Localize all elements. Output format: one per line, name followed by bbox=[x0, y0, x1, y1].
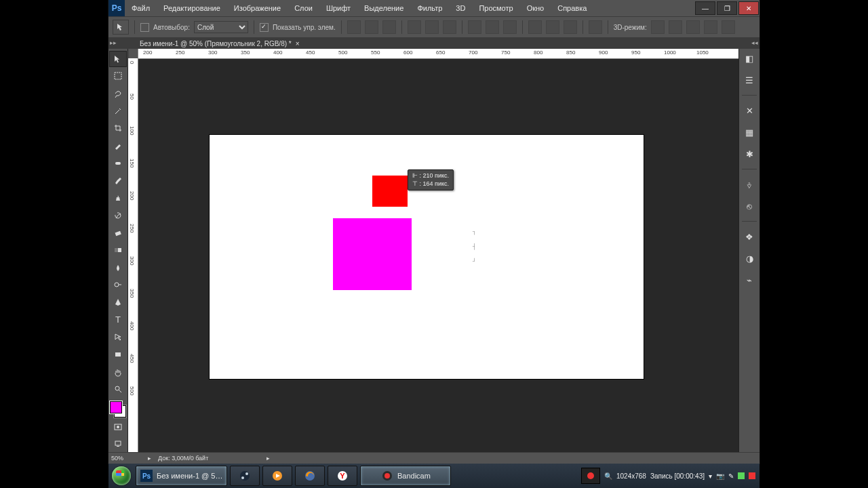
tray-camera-icon[interactable]: 📷 bbox=[716, 472, 724, 480]
auto-select-dropdown[interactable]: Слой bbox=[194, 21, 248, 33]
styles-panel-icon[interactable]: ✱ bbox=[742, 147, 757, 161]
show-transform-checkbox[interactable] bbox=[260, 23, 269, 32]
pen-tool[interactable] bbox=[109, 294, 127, 310]
auto-select-checkbox[interactable] bbox=[140, 23, 149, 32]
align-top-icon[interactable] bbox=[347, 20, 361, 34]
align-vcenter-icon[interactable] bbox=[365, 20, 378, 34]
maximize-button[interactable]: ❐ bbox=[717, 1, 737, 15]
menu-filter[interactable]: Фильтр bbox=[410, 0, 449, 16]
magnifier-icon[interactable]: 🔍 bbox=[604, 472, 612, 480]
menu-window[interactable]: Окно bbox=[520, 0, 551, 16]
distribute-left-icon[interactable] bbox=[528, 20, 542, 34]
distribute-hcenter-icon[interactable] bbox=[546, 20, 559, 34]
menu-select[interactable]: Выделение bbox=[357, 0, 410, 16]
distribute-right-icon[interactable] bbox=[564, 20, 577, 34]
align-left-icon[interactable] bbox=[408, 20, 421, 34]
move-tool-indicator-icon[interactable] bbox=[113, 20, 129, 35]
history-panel-icon[interactable]: ◧ bbox=[742, 52, 757, 65]
brush-tool[interactable] bbox=[109, 173, 127, 189]
start-button[interactable] bbox=[108, 464, 134, 488]
history-brush-tool[interactable] bbox=[109, 207, 127, 224]
collapse-right-icon[interactable]: ◂◂ bbox=[751, 39, 758, 46]
tray-red-square[interactable] bbox=[749, 472, 755, 479]
taskbar-steam[interactable] bbox=[230, 466, 260, 486]
clone-stamp-tool[interactable] bbox=[109, 190, 127, 206]
red-rectangle-shape[interactable] bbox=[372, 176, 408, 207]
dodge-tool[interactable] bbox=[109, 277, 127, 293]
tray-green-square[interactable] bbox=[738, 472, 745, 479]
hand-tool[interactable] bbox=[109, 364, 127, 380]
blur-tool[interactable] bbox=[109, 260, 127, 276]
marquee-tool[interactable] bbox=[109, 68, 127, 85]
taskbar-yandex[interactable]: Y bbox=[328, 466, 357, 486]
menu-edit[interactable]: Редактирование bbox=[157, 0, 227, 16]
3d-scale-icon[interactable] bbox=[722, 20, 735, 34]
tray-dropdown-icon[interactable]: ▾ bbox=[709, 472, 712, 480]
lasso-tool[interactable] bbox=[109, 85, 127, 102]
menu-image[interactable]: Изображение bbox=[227, 0, 288, 16]
layers-panel-icon[interactable]: ❖ bbox=[742, 230, 757, 243]
windows-taskbar: Ps Без имени-1 @ 5… Y Bandicam 🔍 1024x76… bbox=[108, 464, 760, 488]
healing-brush-tool[interactable] bbox=[109, 155, 127, 171]
taskbar-media-player[interactable] bbox=[262, 466, 292, 486]
status-run-icon[interactable]: ▸ bbox=[148, 455, 151, 462]
move-tool[interactable] bbox=[109, 51, 127, 67]
align-hcenter-icon[interactable] bbox=[425, 20, 439, 34]
taskbar-firefox[interactable] bbox=[295, 466, 325, 486]
tray-resolution: 1024x768 bbox=[616, 472, 646, 480]
menu-type[interactable]: Шрифт bbox=[319, 0, 357, 16]
collapse-left-icon[interactable]: ▸▸ bbox=[110, 39, 117, 46]
foreground-color-swatch[interactable] bbox=[110, 401, 122, 413]
quick-mask-toggle[interactable] bbox=[109, 419, 127, 435]
paths-panel-icon[interactable]: ⌁ bbox=[742, 273, 757, 287]
distribute-bottom-icon[interactable] bbox=[503, 20, 517, 34]
tray-record-indicator[interactable] bbox=[581, 468, 600, 484]
3d-rotate-icon[interactable] bbox=[651, 20, 665, 34]
channels-panel-icon[interactable]: ◑ bbox=[742, 251, 757, 265]
photoshop-icon: Ps bbox=[140, 470, 153, 482]
auto-align-icon[interactable] bbox=[589, 20, 602, 34]
menu-help[interactable]: Справка bbox=[551, 0, 593, 16]
svg-point-5 bbox=[115, 283, 119, 287]
zoom-level-field[interactable]: 50% bbox=[111, 455, 141, 462]
tray-pencil-icon[interactable]: ✎ bbox=[728, 472, 734, 480]
canvas[interactable]: ⊩ : 210 пикс. ⊤ : 164 пикс. ┐┤┘ bbox=[210, 135, 644, 379]
distribute-top-icon[interactable] bbox=[468, 20, 481, 34]
distribute-vcenter-icon[interactable] bbox=[486, 20, 499, 34]
taskbar-photoshop[interactable]: Ps Без имени-1 @ 5… bbox=[136, 466, 227, 486]
align-bottom-icon[interactable] bbox=[382, 20, 396, 34]
photoshop-logo-icon[interactable]: Ps bbox=[108, 0, 125, 16]
3d-slide-icon[interactable] bbox=[704, 20, 717, 34]
document-area[interactable]: 2002503003504004505005506006507007508008… bbox=[128, 49, 738, 453]
color-swatches[interactable] bbox=[109, 401, 127, 418]
taskbar-bandicam[interactable]: Bandicam bbox=[360, 466, 451, 486]
ruler-vertical[interactable]: 050100150200250300350400450500 bbox=[128, 49, 138, 453]
magenta-rectangle-shape[interactable] bbox=[333, 218, 412, 290]
path-selection-tool[interactable] bbox=[109, 329, 127, 346]
zoom-tool[interactable] bbox=[109, 381, 127, 397]
gradient-tool[interactable] bbox=[109, 242, 127, 258]
status-flyout-icon[interactable]: ▸ bbox=[267, 455, 270, 462]
3d-pan-icon[interactable] bbox=[686, 20, 700, 34]
3d-roll-icon[interactable] bbox=[669, 20, 682, 34]
menu-layers[interactable]: Слои bbox=[288, 0, 319, 16]
align-right-icon[interactable] bbox=[443, 20, 456, 34]
close-button[interactable]: ✕ bbox=[738, 1, 759, 15]
brush-panel-icon[interactable]: ⎋ bbox=[742, 199, 757, 213]
eyedropper-tool[interactable] bbox=[109, 138, 127, 154]
screen-mode-toggle[interactable] bbox=[109, 436, 127, 452]
crop-tool[interactable] bbox=[109, 121, 127, 137]
minimize-button[interactable]: — bbox=[695, 1, 715, 15]
magic-wand-tool[interactable] bbox=[109, 103, 127, 119]
menu-file[interactable]: Файл bbox=[125, 0, 157, 16]
character-panel-icon[interactable]: ⎀ bbox=[742, 178, 757, 191]
adjustments-panel-icon[interactable]: ✕ bbox=[742, 104, 757, 117]
ruler-horizontal[interactable]: 2002503003504004505005506006507007508008… bbox=[138, 49, 738, 59]
menu-3d[interactable]: 3D bbox=[449, 0, 472, 16]
swatches-panel-icon[interactable]: ▦ bbox=[742, 125, 757, 139]
rectangle-tool[interactable] bbox=[109, 346, 127, 363]
type-tool[interactable]: T bbox=[109, 312, 127, 328]
menu-view[interactable]: Просмотр bbox=[472, 0, 519, 16]
eraser-tool[interactable] bbox=[109, 225, 127, 241]
properties-panel-icon[interactable]: ☰ bbox=[742, 73, 757, 87]
